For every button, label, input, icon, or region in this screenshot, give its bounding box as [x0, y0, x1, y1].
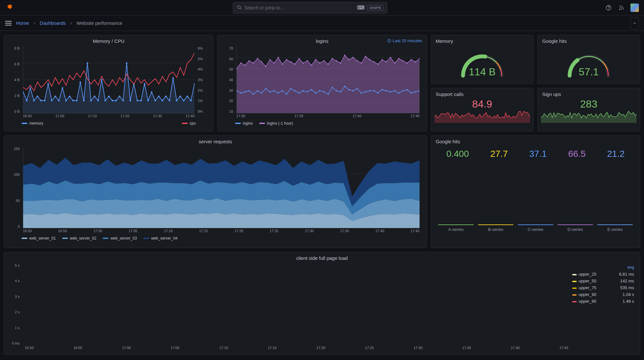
legend-web_server_03[interactable]: web_server_03: [103, 236, 137, 241]
svg-point-75: [278, 57, 279, 58]
svg-point-77: [286, 59, 287, 60]
svg-point-89: [336, 60, 337, 62]
svg-point-34: [112, 100, 113, 101]
x-axis: 16:5016:5517:0017:0517:1017:1517:2017:25…: [25, 346, 568, 352]
panel-page-load[interactable]: client side full page load 5 s4 s3 s2 s1…: [4, 252, 640, 355]
svg-point-16: [47, 83, 49, 85]
svg-point-94: [356, 60, 358, 62]
search-input[interactable]: [244, 5, 355, 10]
svg-point-20: [62, 87, 63, 89]
svg-point-67: [244, 65, 246, 66]
panel-sign-ups[interactable]: Sign ups 283: [537, 88, 640, 131]
svg-point-133: [332, 87, 333, 88]
time-range-badge[interactable]: Last 20 minutes: [387, 38, 422, 43]
svg-point-152: [411, 92, 412, 94]
panel-support-calls[interactable]: Support calls 84.9: [431, 88, 534, 131]
svg-point-103: [394, 62, 395, 64]
panel-gauge-googlehits[interactable]: Google hits 57.1: [537, 35, 640, 84]
plot-area: [236, 46, 420, 113]
legend-logins[interactable]: logins: [235, 121, 253, 126]
svg-point-86: [323, 60, 325, 62]
help-icon[interactable]: [605, 4, 612, 12]
chevron-up-icon: [632, 21, 637, 25]
menu-toggle-icon[interactable]: [5, 21, 12, 25]
chart-body: 8 B6 B4 B2 B0 B 6%5%4%3%2%1%0% 16:5017:0…: [9, 46, 209, 120]
svg-point-145: [382, 89, 383, 90]
svg-point-43: [144, 83, 145, 85]
bar: [597, 224, 633, 225]
svg-point-116: [261, 92, 262, 94]
news-icon[interactable]: [618, 4, 625, 12]
svg-point-150: [402, 90, 403, 91]
svg-point-33: [108, 96, 110, 97]
y-axis-right: 6%5%4%3%2%1%0%: [196, 46, 209, 113]
panel-logins[interactable]: logins Last 20 minutes 70605040302010 17…: [217, 35, 427, 131]
stat-value: 283: [541, 98, 637, 110]
x-axis: 17:3017:3517:4017:45: [236, 114, 420, 120]
svg-point-52: [176, 100, 177, 101]
gauge: 57.1: [541, 45, 637, 81]
x-axis: 16:5017:0017:1017:2017:3017:40: [23, 114, 194, 120]
bar-label: E-series: [607, 227, 623, 232]
legend-label: logins (-1 hour): [267, 121, 293, 126]
panel-title: Memory: [434, 38, 530, 45]
svg-point-50: [169, 100, 170, 101]
svg-point-28: [90, 100, 92, 101]
svg-point-90: [340, 62, 341, 64]
legend-row[interactable]: upper_256.81 ms: [571, 271, 635, 278]
legend-logins-1h[interactable]: logins (-1 hour): [259, 121, 293, 126]
legend-cpu[interactable]: cpu: [182, 121, 196, 126]
svg-point-22: [69, 96, 71, 97]
legend-row[interactable]: upper_951.46 s: [571, 298, 635, 305]
legend-memory[interactable]: memory: [22, 121, 43, 126]
grafana-logo[interactable]: [5, 3, 15, 13]
panel-memory-cpu[interactable]: Memory / CPU 8 B6 B4 B2 B0 B 6%5%4%3%2%1…: [4, 35, 213, 131]
svg-point-42: [140, 100, 142, 101]
search-icon: [237, 5, 242, 10]
legend: logins logins (-1 hour): [222, 121, 422, 126]
legend-row[interactable]: upper_901.04 s: [571, 291, 635, 298]
panel-gauge-memory[interactable]: Memory 114 B: [431, 35, 534, 84]
crumb-home[interactable]: Home: [16, 20, 29, 26]
gauge: 114 B: [434, 45, 530, 81]
legend-web_server_04[interactable]: web_server_04: [143, 236, 177, 241]
gauge-value: 57.1: [541, 66, 637, 78]
svg-point-153: [415, 91, 416, 92]
svg-point-106: [406, 62, 408, 64]
svg-point-25: [80, 81, 81, 83]
svg-point-55: [186, 96, 188, 97]
collapse-button[interactable]: [630, 17, 639, 29]
svg-point-99: [377, 63, 379, 65]
svg-point-127: [307, 91, 308, 92]
stacked-bars: [25, 263, 568, 345]
svg-point-71: [261, 61, 262, 62]
avatar[interactable]: [630, 4, 639, 12]
svg-point-23: [72, 100, 74, 101]
legend-row[interactable]: upper_75535 ms: [571, 284, 635, 291]
panel-title: Support calls: [434, 91, 530, 98]
svg-point-130: [319, 90, 320, 91]
svg-line-1: [240, 8, 241, 9]
search-box[interactable]: ⌨ cmd+k: [233, 2, 387, 14]
legend-web_server_01[interactable]: web_server_01: [22, 236, 56, 241]
svg-point-19: [58, 100, 60, 101]
svg-point-35: [115, 100, 117, 101]
svg-point-4: [620, 9, 620, 10]
svg-point-47: [158, 96, 160, 97]
svg-point-46: [155, 100, 156, 101]
crumb-dashboards[interactable]: Dashboards: [40, 20, 66, 26]
svg-point-36: [119, 96, 120, 97]
topbar: ⌨ cmd+k: [0, 0, 644, 15]
svg-point-123: [290, 88, 291, 89]
svg-point-121: [282, 90, 283, 91]
panel-googlehits-bars[interactable]: Google hits 0.40027.737.166.521.2 A-seri…: [431, 135, 640, 248]
y-axis-left: 150100500: [9, 147, 22, 228]
svg-point-84: [315, 59, 316, 60]
panel-title: Memory / CPU: [9, 38, 209, 44]
legend-web_server_02[interactable]: web_server_02: [62, 236, 96, 241]
svg-point-76: [282, 63, 283, 65]
svg-point-9: [23, 91, 24, 93]
panel-server-requests[interactable]: server requests 150100500 16:5016:5517:0…: [4, 135, 427, 248]
legend-row[interactable]: upper_50142 ms: [571, 278, 635, 284]
svg-point-11: [30, 87, 31, 89]
